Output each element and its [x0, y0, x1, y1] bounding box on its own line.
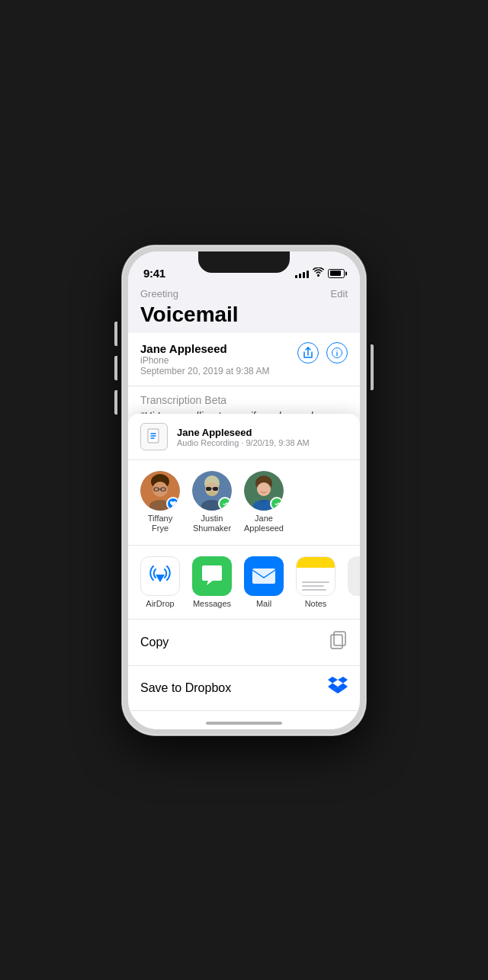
app-name-notes: Notes: [305, 599, 327, 608]
more-apps-icon: [348, 556, 360, 596]
nav-edit[interactable]: Edit: [331, 288, 348, 299]
contact-name-jane: JaneAppleseed: [244, 514, 284, 533]
info-button[interactable]: i: [326, 342, 348, 363]
app-name-airdrop: AirDrop: [146, 599, 174, 608]
signal-icon: [295, 269, 309, 278]
mail-icon: [244, 556, 284, 596]
voicemail-source: iPhone: [140, 355, 269, 366]
voicemail-actions: i: [297, 342, 348, 363]
status-time: 9:41: [143, 267, 165, 280]
app-mail[interactable]: Mail: [244, 556, 284, 608]
voicemail-sender: Jane Appleseed: [140, 342, 269, 355]
contact-name-tiffany: TiffanyFrye: [148, 514, 172, 533]
jane-badge: [270, 497, 284, 511]
share-file-name: Jane Appleseed: [177, 427, 310, 438]
contact-tiffany[interactable]: TiffanyFrye: [140, 471, 180, 533]
voicemail-date: September 20, 2019 at 9:38 AM: [140, 366, 269, 376]
svg-rect-30: [334, 632, 345, 645]
contact-avatar-tiffany: [140, 471, 180, 511]
screen: 9:41: [128, 251, 360, 729]
voicemail-header: Jane Appleseed iPhone September 20, 2019…: [140, 342, 348, 376]
svg-text:i: i: [336, 350, 339, 357]
app-content: Greeting Edit Voicemail Jane Appleseed i…: [128, 285, 360, 729]
phone-frame: 9:41: [122, 245, 366, 735]
app-name-messages: Messages: [193, 599, 231, 608]
app-messages[interactable]: Messages: [192, 556, 232, 608]
apps-row: AirDrop Messages: [128, 546, 360, 620]
contacts-row: TiffanyFrye: [128, 460, 360, 545]
voicemail-info: Jane Appleseed iPhone September 20, 2019…: [140, 342, 269, 376]
svg-rect-14: [206, 487, 211, 491]
nav-greeting: Greeting: [140, 288, 178, 299]
wifi-icon: [313, 267, 324, 279]
svg-rect-19: [222, 501, 228, 507]
save-dropbox-label: Save to Dropbox: [140, 681, 231, 695]
contact-name-justin: JustinShumaker: [193, 514, 231, 533]
dropbox-icon: [328, 677, 348, 700]
transcription-title: Transcription Beta: [140, 394, 348, 406]
share-sheet: Jane Appleseed Audio Recording · 9/20/19…: [128, 414, 360, 729]
home-bar: [206, 722, 282, 725]
contact-avatar-jane: [244, 471, 284, 511]
voicemail-item[interactable]: Jane Appleseed iPhone September 20, 2019…: [128, 333, 360, 386]
share-file-info: Jane Appleseed Audio Recording · 9/20/19…: [177, 427, 310, 447]
tiffany-badge: [166, 497, 180, 511]
svg-rect-25: [252, 568, 275, 584]
svg-point-17: [208, 492, 216, 496]
airdrop-icon: [140, 556, 180, 596]
share-button[interactable]: [297, 342, 319, 363]
nav-bar: Greeting Edit: [128, 285, 360, 303]
contact-jane[interactable]: JaneAppleseed: [244, 471, 284, 533]
status-icons: [295, 267, 345, 279]
notch: [198, 251, 290, 273]
contact-justin[interactable]: JustinShumaker: [192, 471, 232, 533]
svg-rect-15: [213, 487, 218, 491]
svg-rect-29: [331, 635, 342, 649]
app-name-mail: Mail: [256, 599, 271, 608]
contact-avatar-justin: [192, 471, 232, 511]
copy-icon: [329, 630, 348, 655]
copy-action[interactable]: Copy: [128, 620, 360, 666]
svg-rect-24: [274, 501, 280, 507]
save-dropbox-action[interactable]: Save to Dropbox: [128, 666, 360, 711]
messages-icon: [192, 556, 232, 596]
page-title: Voicemail: [128, 303, 360, 333]
app-notes[interactable]: Notes: [296, 556, 336, 608]
phone-screen: 9:41: [128, 251, 360, 729]
share-file-meta: Audio Recording · 9/20/19, 9:38 AM: [177, 438, 310, 447]
app-more[interactable]: [348, 556, 360, 608]
notes-icon: [296, 556, 336, 596]
battery-icon: [328, 269, 345, 278]
svg-point-0: [317, 274, 319, 277]
share-header: Jane Appleseed Audio Recording · 9/20/19…: [128, 414, 360, 460]
voicemail-content: Jane Appleseed iPhone September 20, 2019…: [128, 333, 360, 729]
home-indicator: [128, 711, 360, 729]
justin-badge: [218, 497, 232, 511]
app-airdrop[interactable]: AirDrop: [140, 556, 180, 608]
share-file-icon: [140, 423, 168, 450]
svg-point-22: [257, 482, 271, 496]
copy-label: Copy: [140, 636, 169, 649]
